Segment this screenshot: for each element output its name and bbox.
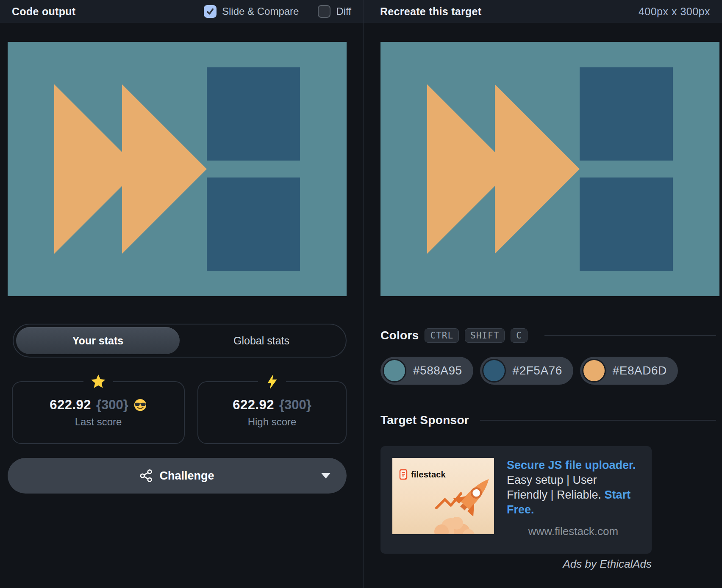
slide-compare-toggle[interactable]: Slide & Compare bbox=[204, 5, 299, 18]
code-output-title: Code output bbox=[12, 6, 75, 18]
keycap-ctrl: CTRL bbox=[425, 328, 459, 343]
challenge-label: Challenge bbox=[159, 469, 214, 483]
colors-section-header: Colors CTRL SHIFT C bbox=[380, 327, 716, 344]
rocket-illustration bbox=[429, 469, 494, 534]
sponsor-ad-url[interactable]: www.filestack.com bbox=[507, 524, 640, 539]
sunglasses-emoji-icon bbox=[133, 398, 147, 412]
swatch-orange-hex: #E8AD6D bbox=[613, 364, 667, 377]
diff-toggle[interactable]: Diff bbox=[318, 5, 351, 18]
last-score-value-row: 622.92 {300} bbox=[50, 397, 147, 413]
swatch-teal-circle bbox=[383, 359, 406, 383]
share-icon bbox=[140, 469, 153, 482]
output-triangle-2 bbox=[122, 84, 207, 254]
high-score-value: 622.92 bbox=[233, 397, 274, 413]
swatch-teal-hex: #588A95 bbox=[413, 364, 462, 377]
sponsor-section-header: Target Sponsor bbox=[380, 412, 716, 429]
sponsor-ad-body: Easy setup | User Friendly | Reliable. bbox=[507, 474, 605, 501]
top-header: Code output Slide & Compare Diff Recreat… bbox=[0, 0, 722, 23]
sponsor-title: Target Sponsor bbox=[380, 413, 469, 427]
last-score-target: {300} bbox=[96, 397, 128, 413]
high-score-value-row: 622.92 {300} bbox=[233, 397, 311, 413]
output-header: Code output Slide & Compare Diff bbox=[0, 0, 363, 23]
slide-compare-label[interactable]: Slide & Compare bbox=[222, 6, 299, 17]
swatch-blue-hex: #2F5A76 bbox=[513, 364, 562, 377]
checkmark-icon bbox=[205, 7, 215, 16]
high-score-label: High score bbox=[248, 416, 297, 428]
panel-divider bbox=[363, 0, 364, 588]
stats-tabs: Your stats Global stats bbox=[13, 324, 347, 358]
recreate-target-title: Recreate this target bbox=[380, 6, 481, 18]
target-header: Recreate this target 400px x 300px bbox=[363, 0, 722, 23]
colors-divider-line bbox=[544, 335, 716, 336]
lightning-bolt-icon bbox=[258, 374, 286, 390]
swatch-teal[interactable]: #588A95 bbox=[380, 357, 473, 385]
last-score-card: 622.92 {300} Last score bbox=[12, 381, 185, 444]
sponsor-ad-link-primary[interactable]: Secure JS file uploader. bbox=[507, 459, 636, 472]
diff-label[interactable]: Diff bbox=[336, 6, 351, 17]
high-score-target: {300} bbox=[279, 397, 311, 413]
keycap-shift: SHIFT bbox=[465, 328, 505, 343]
ads-by-ethicalads: Ads by EthicalAds bbox=[380, 557, 652, 571]
diff-checkbox[interactable] bbox=[318, 5, 330, 18]
output-square-top bbox=[207, 67, 300, 161]
sponsor-ad-text: Secure JS file uploader. Easy setup | Us… bbox=[507, 458, 640, 542]
code-output-canvas bbox=[8, 42, 347, 296]
filestack-doc-icon bbox=[399, 469, 408, 480]
target-triangle-2 bbox=[495, 84, 580, 254]
target-canvas bbox=[380, 42, 719, 296]
target-square-bottom bbox=[580, 178, 673, 271]
challenge-button[interactable]: Challenge bbox=[8, 458, 347, 494]
chevron-down-icon[interactable] bbox=[321, 473, 330, 479]
sponsor-ad-card: filestack Secure JS file uploader. bbox=[380, 446, 652, 554]
last-score-label: Last score bbox=[75, 416, 122, 428]
target-dimensions: 400px x 300px bbox=[639, 6, 710, 18]
swatch-blue-circle bbox=[482, 359, 506, 383]
sponsor-ad-image[interactable]: filestack bbox=[392, 458, 494, 534]
last-score-value: 622.92 bbox=[50, 397, 91, 413]
high-score-card: 622.92 {300} High score bbox=[197, 381, 347, 444]
color-swatches: #588A95 #2F5A76 #E8AD6D bbox=[380, 357, 678, 385]
slide-compare-checkbox[interactable] bbox=[204, 5, 217, 18]
tab-global-stats[interactable]: Global stats bbox=[180, 327, 343, 354]
tab-your-stats[interactable]: Your stats bbox=[16, 327, 180, 354]
swatch-blue[interactable]: #2F5A76 bbox=[480, 357, 573, 385]
swatch-orange[interactable]: #E8AD6D bbox=[580, 357, 678, 385]
colors-title: Colors bbox=[380, 329, 419, 342]
swatch-orange-circle bbox=[582, 359, 606, 383]
target-square-top bbox=[580, 67, 673, 161]
output-square-bottom bbox=[207, 178, 300, 271]
keycap-c: C bbox=[511, 328, 528, 343]
sponsor-divider-line bbox=[480, 420, 716, 421]
star-icon bbox=[83, 374, 113, 390]
